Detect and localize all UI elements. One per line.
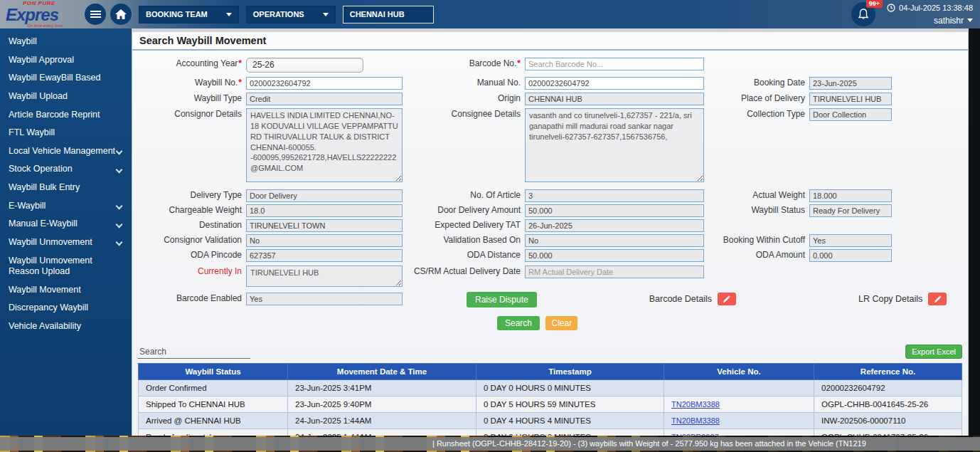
home-button[interactable] <box>110 4 132 25</box>
oda-distance-label: ODA Distance <box>407 249 525 260</box>
lr-copy-details-edit-button[interactable] <box>928 293 947 305</box>
cell-timestamp: 0 DAY 4 HOURS 4 MINUTES <box>476 413 664 429</box>
sidebar-item-manual-e-waybill[interactable]: Manual E-Waybill <box>0 215 132 233</box>
table-row: Shipped To CHENNAI HUB 23-Jun-2025 9:40P… <box>139 396 962 413</box>
sidebar-item-waybill-unmovement-reason-upload[interactable]: Waybill Unmovement Reason Upload <box>0 252 132 281</box>
waybill-status-field <box>809 204 892 217</box>
cell-status: Order Confirmed <box>139 380 288 396</box>
oda-amount-label: ODA Amount <box>704 249 809 260</box>
expected-delivery-tat-field <box>525 219 704 232</box>
cell-status: Ready for dispatch <box>139 429 288 436</box>
origin-label: Origin <box>407 93 525 103</box>
cell-datetime: 23-Jun-2025 9:40PM <box>288 396 476 413</box>
waybill-type-label: Waybill Type <box>138 93 246 103</box>
sidebar-item-waybill-bulk-entry[interactable]: Waybill Bulk Entry <box>0 179 132 197</box>
destination-field <box>246 219 403 232</box>
brand-logo: PON PURE Expres On time every time <box>6 1 80 28</box>
clear-button[interactable]: Clear <box>545 316 577 330</box>
no-of-article-label: No. Of Article <box>407 189 525 200</box>
col-movement-datetime[interactable]: Movement Date & Time <box>288 364 476 380</box>
consignor-details-textarea[interactable]: HAVELLS INDIA LIMITED CHENNAI,NO-18 KODU… <box>246 108 403 182</box>
waybill-type-field <box>246 93 403 105</box>
col-timestamp[interactable]: Timestamp <box>476 364 664 380</box>
door-delivery-amount-field <box>525 204 704 217</box>
table-search-input[interactable] <box>138 345 250 359</box>
table-row: Arrived @ CHENNAI HUB 24-Jun-2025 1:44AM… <box>139 413 962 429</box>
vehicle-no-link[interactable]: TN02BR9027 <box>671 433 719 436</box>
collection-type-field <box>809 108 892 121</box>
status-ticker-bar: | Runsheet (OGPL-CHHB-28412-19-20) - (3)… <box>0 437 980 451</box>
notifications-button[interactable]: 99+ <box>851 2 875 26</box>
destination-label: Destination <box>138 219 246 230</box>
edit-pencil-icon <box>934 295 942 303</box>
sidebar-item-e-waybill[interactable]: E-Waybill <box>0 197 132 216</box>
cell-datetime: 24-Jun-2025 1:44AM <box>288 413 476 429</box>
movement-table: Waybill Status Movement Date & Time Time… <box>138 363 962 436</box>
team-select[interactable]: BOOKING TEAM <box>139 6 239 23</box>
edit-pencil-icon <box>723 295 730 303</box>
hub-input[interactable]: CHENNAI HUB <box>343 6 434 23</box>
currently-in-textarea[interactable]: TIRUNELVELI HUB <box>246 266 403 287</box>
waybill-no-input[interactable] <box>246 77 403 90</box>
sidebar-item-waybill[interactable]: Waybill <box>0 33 132 51</box>
sidebar-item-discrepancy-waybill[interactable]: Discrepancy Waybill <box>0 299 132 317</box>
sidebar-item-waybill-unmovement[interactable]: Waybill Unmovement <box>0 233 132 252</box>
accounting-year-select[interactable]: 25-26 <box>246 58 363 73</box>
consignor-validation-field <box>246 234 403 247</box>
sidebar-item-ftl-waybill[interactable]: FTL Waybill <box>0 124 132 142</box>
required-asterisk: * <box>238 78 242 88</box>
ticker-text: | Runsheet (OGPL-CHHB-28412-19-20) - (3)… <box>432 439 866 448</box>
chargeable-weight-label: Chargeable Weight <box>138 204 246 215</box>
booking-within-cutoff-field <box>809 234 892 247</box>
cell-datetime: 23-Jun-2025 3:41PM <box>288 380 476 396</box>
page-title: Search Waybill Movement <box>132 32 968 51</box>
no-of-article-field <box>525 189 704 202</box>
cell-vehicle: TN20BM3388 <box>664 396 814 413</box>
chevron-down-icon <box>967 19 973 22</box>
sidebar-item-vehicle-availability[interactable]: Vehicle Availability <box>0 317 132 336</box>
chevron-down-icon <box>116 166 123 173</box>
oda-amount-field <box>809 249 892 262</box>
cell-reference: 02000232604792 <box>814 380 962 396</box>
export-excel-button[interactable]: Export Excel <box>905 345 962 359</box>
validation-based-on-label: Validation Based On <box>407 234 525 245</box>
vehicle-no-link[interactable]: TN20BM3388 <box>671 416 720 425</box>
sidebar-item-waybill-approval[interactable]: Waybill Approval <box>0 51 132 70</box>
chevron-down-icon <box>116 148 123 155</box>
barcode-details-edit-button[interactable] <box>718 293 736 305</box>
user-menu[interactable]: sathishr <box>934 16 973 26</box>
cell-timestamp: 0 DAY 0 HOURS 0 MINUTES <box>476 429 664 436</box>
place-of-delivery-field <box>809 93 892 105</box>
manual-no-input[interactable] <box>525 77 704 90</box>
home-icon <box>115 9 127 19</box>
sidebar-item-stock-operation[interactable]: Stock Operation <box>0 160 132 179</box>
place-of-delivery-label: Place of Delivery <box>704 93 809 103</box>
sidebar-item-article-barcode-reprint[interactable]: Article Barcode Reprint <box>0 106 132 125</box>
barcode-no-input[interactable] <box>525 58 704 70</box>
sidebar-item-waybill-upload[interactable]: Waybill Upload <box>0 88 132 106</box>
raise-dispute-button[interactable]: Raise Dispute <box>467 292 537 308</box>
main-content-panel: Search Waybill Movement Accounting Year*… <box>132 28 969 436</box>
cell-timestamp: 0 DAY 0 HOURS 0 MINUTES <box>476 380 664 396</box>
sidebar-nav: Waybill Waybill Approval Waybill EwayBil… <box>0 28 132 436</box>
sidebar-item-waybill-movement[interactable]: Waybill Movement <box>0 281 132 300</box>
barcode-enabled-field <box>246 293 403 305</box>
door-delivery-amount-label: Door Delivery Amount <box>407 204 525 215</box>
vehicle-no-link[interactable]: TN20BM3388 <box>671 400 720 409</box>
col-vehicle-no[interactable]: Vehicle No. <box>664 364 814 380</box>
delivery-type-field <box>246 189 403 202</box>
sidebar-item-waybill-ewaybill-based[interactable]: Waybill EwayBill Based <box>0 69 132 88</box>
actual-weight-label: Actual Weight <box>704 189 809 200</box>
col-waybill-status[interactable]: Waybill Status <box>139 364 288 380</box>
cell-reference: OGPL-CHHB-0041797-25-26 <box>814 429 962 436</box>
sidebar-item-local-vehicle-management[interactable]: Local Vehicle Management <box>0 142 132 161</box>
hamburger-menu-button[interactable] <box>85 4 106 25</box>
consignee-details-textarea[interactable]: vasanth and co tirunelveli-1,627357 - 22… <box>525 108 704 182</box>
search-button[interactable]: Search <box>497 316 540 330</box>
department-select[interactable]: OPERATIONS <box>246 6 336 23</box>
currently-in-label: Currently In <box>138 266 246 276</box>
booking-date-field <box>809 77 892 90</box>
oda-pincode-label: ODA Pincode <box>138 249 246 260</box>
col-reference-no[interactable]: Reference No. <box>814 364 962 380</box>
hub-input-value: CHENNAI HUB <box>350 10 405 19</box>
